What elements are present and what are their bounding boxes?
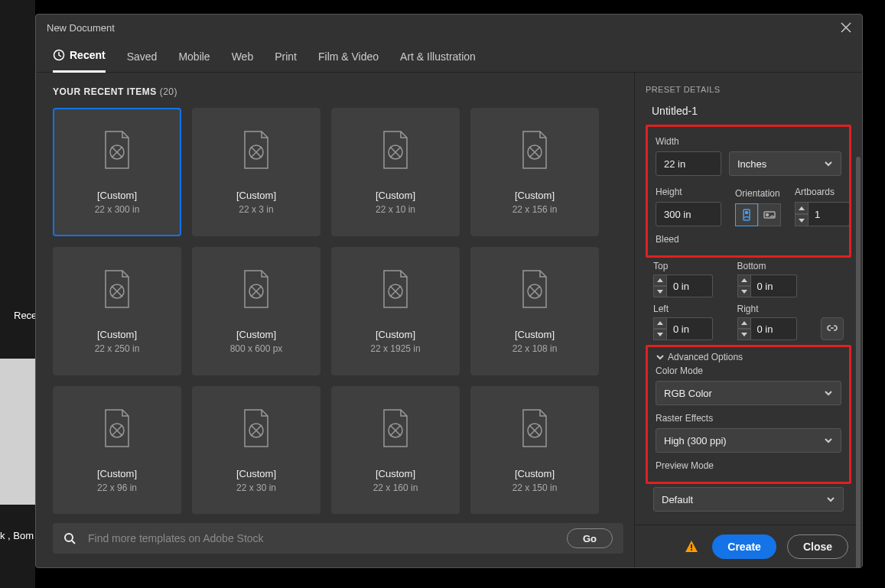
tab-print[interactable]: Print [275,41,297,73]
bleed-right-label: Right [737,304,814,314]
preset-card[interactable]: [Custom]22 x 96 in [53,386,181,514]
preset-card[interactable]: [Custom]22 x 250 in [53,247,181,375]
preset-card-title: [Custom] [515,329,555,340]
tab-mobile[interactable]: Mobile [178,41,210,73]
preset-card-size: 800 x 600 px [230,343,283,354]
preset-card-size: 22 x 300 in [95,204,140,215]
preset-card[interactable]: [Custom]22 x 30 in [192,386,320,514]
preset-card-size: 22 x 30 in [236,482,276,493]
svg-marker-46 [799,219,805,223]
preset-card-title: [Custom] [236,329,276,340]
create-button[interactable]: Create [712,534,776,559]
tab-art-illustration[interactable]: Art & Illustration [400,41,476,73]
preset-card-title: [Custom] [97,468,137,479]
preset-card-title: [Custom] [236,468,276,479]
bleed-left-input[interactable] [667,317,713,340]
tab-film-video[interactable]: Film & Video [318,41,379,73]
bleed-top-input[interactable] [667,275,713,297]
dialog-title: New Document [47,22,115,34]
preset-card-size: 22 x 150 in [512,482,558,493]
raster-effects-dropdown[interactable]: High (300 ppi) [656,428,841,453]
preset-card[interactable]: [Custom]22 x 150 in [470,386,599,514]
preset-card-title: [Custom] [376,329,415,340]
close-button[interactable]: Close [787,534,848,559]
tab-saved[interactable]: Saved [127,41,158,73]
preset-card-size: 22 x 250 in [95,343,140,354]
svg-rect-57 [691,549,692,551]
bleed-top-down[interactable] [653,286,667,297]
svg-marker-49 [741,278,747,282]
bleed-left-down[interactable] [653,329,667,340]
svg-point-44 [766,214,769,216]
bg-text: Rece [14,310,37,321]
bleed-left-label: Left [653,304,730,314]
svg-marker-47 [657,278,663,282]
preset-card[interactable]: [Custom]22 x 160 in [331,386,460,514]
preset-card-title: [Custom] [376,190,415,201]
height-input[interactable] [656,202,721,226]
preset-card-title: [Custom] [236,190,276,201]
bleed-top-label: Top [653,261,730,271]
orientation-landscape-button[interactable] [758,203,781,226]
bleed-bottom-label: Bottom [737,261,814,271]
bleed-bottom-input[interactable] [751,275,797,297]
preset-card[interactable]: [Custom]800 x 600 px [192,247,320,375]
svg-rect-56 [691,544,692,548]
orientation-portrait-button[interactable] [735,203,758,226]
artboards-input[interactable] [809,202,850,226]
tab-recent[interactable]: Recent [53,41,106,73]
bg-text: k , Bom [0,530,34,541]
svg-marker-51 [657,321,663,325]
preset-card-title: [Custom] [515,190,555,201]
dimensions-highlight: Width Inches Height [646,125,851,258]
color-mode-label: Color Mode [656,365,841,376]
bleed-section: Top Bottom [646,261,851,340]
preview-mode-label: Preview Mode [656,460,841,471]
bg-thumbnail [0,359,35,505]
preset-card-size: 22 x 3 in [239,204,273,215]
advanced-options-toggle[interactable]: Advanced Options [656,352,841,362]
scrollbar[interactable] [856,157,861,567]
svg-marker-45 [799,206,805,210]
search-input[interactable] [88,532,555,544]
svg-point-42 [746,212,748,214]
svg-marker-54 [741,333,747,336]
bleed-right-input[interactable] [751,317,797,340]
svg-point-39 [65,534,73,541]
preset-card-title: [Custom] [97,329,137,340]
link-bleed-button[interactable] [821,317,844,340]
svg-line-40 [72,541,75,544]
svg-marker-50 [741,290,747,294]
color-mode-dropdown[interactable]: RGB Color [656,381,841,405]
preset-card-title: [Custom] [97,190,137,201]
preset-card[interactable]: [Custom]22 x 1925 in [331,247,460,375]
bleed-top-up[interactable] [653,275,667,286]
units-dropdown[interactable]: Inches [729,151,841,176]
preset-details-panel: PRESET DETAILS Untitled-1 Width Inches H… [634,73,862,567]
tab-web[interactable]: Web [232,41,254,73]
bleed-left-up[interactable] [653,317,667,329]
width-input[interactable] [656,151,721,176]
raster-effects-label: Raster Effects [656,413,841,424]
bleed-right-up[interactable] [737,317,751,329]
bleed-right-down[interactable] [737,329,751,340]
preset-card-size: 22 x 156 in [512,204,558,215]
go-button[interactable]: Go [567,528,613,548]
height-label: Height [656,187,721,197]
width-label: Width [656,136,841,147]
svg-marker-52 [657,333,663,336]
preset-card[interactable]: [Custom]22 x 108 in [470,247,599,375]
preset-card[interactable]: [Custom]22 x 300 in [53,108,181,236]
preview-mode-dropdown[interactable]: Default [653,487,844,512]
artboards-step-down[interactable] [795,214,809,226]
svg-marker-48 [657,290,663,294]
bleed-bottom-up[interactable] [737,275,751,286]
preset-card-size: 22 x 10 in [376,204,415,215]
close-icon[interactable] [841,22,851,33]
preset-card[interactable]: [Custom]22 x 10 in [331,108,460,236]
preset-card[interactable]: [Custom]22 x 156 in [470,108,599,236]
bleed-bottom-down[interactable] [737,286,751,297]
artboards-step-up[interactable] [795,202,809,214]
preset-card[interactable]: [Custom]22 x 3 in [192,108,320,236]
document-name-field[interactable]: Untitled-1 [646,102,851,120]
